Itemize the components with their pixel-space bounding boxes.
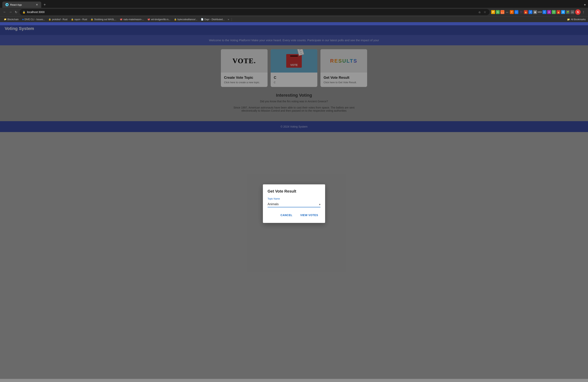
active-tab[interactable]: ⚛ React App ✕ <box>2 1 41 8</box>
new-tab-button[interactable]: + <box>42 2 47 8</box>
back-button[interactable]: ← <box>2 10 7 15</box>
bookmark-label: Stubbing out WASL... <box>94 18 116 21</box>
ext-icon-8[interactable]: 🔥 <box>524 10 528 14</box>
folder-icon: 📁 <box>567 18 570 21</box>
reload-button[interactable]: ↻ <box>14 10 18 15</box>
tab-dropdown-button[interactable]: ▾ <box>584 3 586 7</box>
url-bar[interactable]: 🔒 localhost:3000 ⎋ ☆ <box>20 9 490 15</box>
bookmark-protobuf-icon: 🔒 <box>48 18 51 21</box>
bookmark-label: protobuf - Rust <box>52 18 67 21</box>
ext-icon-10[interactable]: ▦ <box>533 10 537 14</box>
bookmark-folder-icon: 📁 <box>4 18 7 21</box>
ext-icon-puzzle[interactable]: 🧩 <box>566 10 570 14</box>
url-text: localhost:3000 <box>27 11 476 14</box>
ext-icon-a[interactable]: A <box>547 10 551 14</box>
profile-icon[interactable]: S <box>575 9 581 15</box>
browser-extension-icons: P G 🦊 — P ⬡ 🛡 🔥 ↺ ▦ NEW C A 🛡 🔥 ♻ 🧩 ▭ S … <box>491 9 586 15</box>
bookmark-dive-cli[interactable]: ◆ DIVE CLI - Issues... <box>21 18 46 21</box>
ext-icon-recycle[interactable]: ♻ <box>561 10 565 14</box>
bookmark-label: radu-matei/wasm-... <box>123 18 144 21</box>
ext-icon-3[interactable]: 🦊 <box>501 10 504 14</box>
bookmark-button[interactable]: ☆ <box>483 10 487 14</box>
select-wrapper: Animals Sports Politics Technology ▾ <box>268 201 320 207</box>
ext-icon-fire2[interactable]: 🔥 <box>556 10 560 14</box>
bookmarks-bar: 📁 Blockchain ◆ DIVE CLI - Issues... 🔒 pr… <box>0 16 588 22</box>
lock-icon: 🔒 <box>22 11 25 14</box>
bookmark-dive-icon: ◆ <box>22 18 24 21</box>
all-bookmarks-label: All Bookmarks <box>571 18 586 21</box>
bookmark-wit-icon: 🐙 <box>147 18 150 21</box>
bookmark-label: rayon - Rust <box>74 18 87 21</box>
bookmark-bytecode[interactable]: 🔒 bytecodealliance/... <box>172 18 199 21</box>
address-bar: ← → ↻ 🔒 localhost:3000 ⎋ ☆ P G 🦊 — P ⬡ 🛡… <box>0 8 588 16</box>
tab-favicon: ⚛ <box>5 3 9 6</box>
modal-overlay: Get Vote Result Topic Name Animals Sport… <box>0 25 588 379</box>
menu-button[interactable]: ⋮ <box>581 10 586 14</box>
bookmark-label: DIVE CLI - Issues... <box>24 18 45 21</box>
bookmark-rayon-icon: 🔒 <box>71 18 74 21</box>
bookmark-protobuf[interactable]: 🔒 protobuf - Rust <box>47 18 69 21</box>
browser-chrome: ⚛ React App ✕ + ▾ ← → ↻ 🔒 localhost:3000… <box>0 0 588 22</box>
ext-icon-7[interactable]: 🛡 <box>519 10 523 14</box>
ext-icon-shield[interactable]: 🛡 <box>552 10 556 14</box>
url-actions: ⎋ ☆ <box>478 10 487 14</box>
ext-icon-6[interactable]: ⬡ <box>514 10 518 14</box>
get-vote-result-dialog: Get Vote Result Topic Name Animals Sport… <box>263 184 325 223</box>
bookmark-wit[interactable]: 🐙 wit-bindgen/lib.rs... <box>146 18 172 21</box>
tab-bar: ⚛ React App ✕ + ▾ <box>0 0 588 8</box>
tab-title: React App <box>10 3 34 6</box>
forward-button[interactable]: → <box>8 10 13 15</box>
nav-buttons: ← → ↻ <box>2 10 18 15</box>
ext-icon-c[interactable]: C <box>543 10 546 14</box>
tab-close-button[interactable]: ✕ <box>36 3 38 6</box>
topic-select[interactable]: Animals Sports Politics Technology <box>268 201 320 207</box>
view-votes-button[interactable]: VIEW VOTES <box>298 212 320 218</box>
bookmarks-more-button[interactable]: » <box>227 17 230 21</box>
cast-button[interactable]: ⎋ <box>478 10 481 14</box>
cancel-button[interactable]: CANCEL <box>278 212 295 218</box>
ext-icon-sidebar[interactable]: ▭ <box>570 10 574 14</box>
bookmark-label: bytecodealliance/... <box>178 18 198 21</box>
ext-icon-4[interactable]: — <box>505 10 509 14</box>
bookmark-label: Blockchain <box>7 18 19 21</box>
bookmark-dapr[interactable]: 📄 Dapr - Distributed... <box>199 18 226 21</box>
bookmark-label: Dapr - Distributed... <box>204 18 225 21</box>
dialog-actions: CANCEL VIEW VOTES <box>268 212 320 218</box>
ext-icon-2[interactable]: G <box>496 10 500 14</box>
bookmark-radu-icon: 🐙 <box>120 18 123 21</box>
bookmark-rayon[interactable]: 🔒 rayon - Rust <box>69 18 89 21</box>
bookmark-blockchain[interactable]: 📁 Blockchain <box>2 18 20 21</box>
bookmark-dapr-icon: 📄 <box>201 18 204 21</box>
all-bookmarks-button[interactable]: 📁 All Bookmarks <box>567 18 586 21</box>
bookmark-stubbing-icon: 🔒 <box>91 18 93 21</box>
bookmarks-divider <box>231 18 232 21</box>
bookmark-label: wit-bindgen/lib.rs... <box>151 18 170 21</box>
topic-name-field: Topic Name Animals Sports Politics Techn… <box>268 197 320 207</box>
ext-icon-9[interactable]: ↺ <box>528 10 532 14</box>
ext-icon-new[interactable]: NEW <box>538 10 542 14</box>
dialog-title: Get Vote Result <box>268 189 320 193</box>
ext-icon-1[interactable]: P <box>491 10 495 14</box>
bookmark-bytecode-icon: 🔒 <box>174 18 177 21</box>
field-label: Topic Name <box>268 197 320 200</box>
bookmark-radu[interactable]: 🐙 radu-matei/wasm-... <box>118 18 146 21</box>
ext-icon-5[interactable]: P <box>510 10 514 14</box>
bookmark-stubbing[interactable]: 🔒 Stubbing out WASL... <box>89 18 118 21</box>
